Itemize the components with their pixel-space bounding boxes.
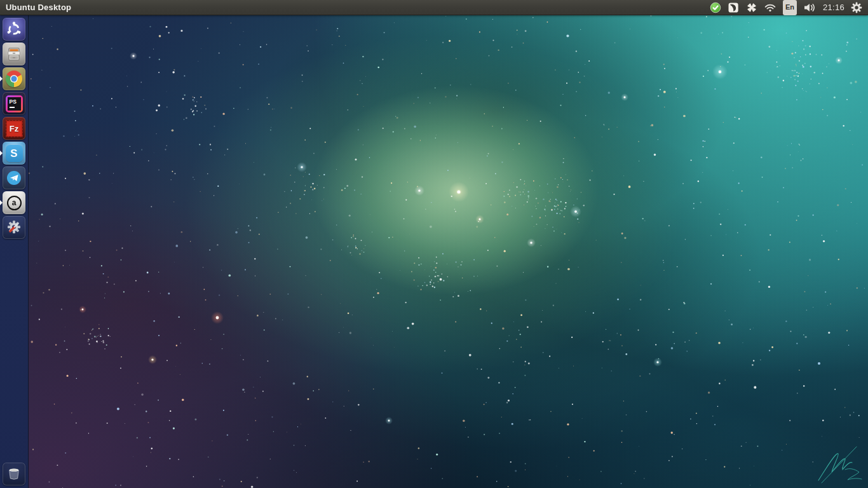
desktop-title: Ubuntu Desktop bbox=[6, 3, 71, 12]
launcher-item-chrome[interactable] bbox=[3, 67, 25, 90]
wifi-icon[interactable] bbox=[764, 0, 776, 15]
phpstorm-label: PS bbox=[10, 99, 21, 105]
telegram-icon bbox=[6, 170, 22, 186]
file-cabinet-icon bbox=[6, 46, 22, 62]
skype-label: S bbox=[10, 148, 17, 159]
launcher-item-filezilla[interactable]: Fz bbox=[3, 117, 25, 140]
system-tray: En 21:16 bbox=[710, 0, 862, 15]
artist-signature bbox=[816, 444, 865, 484]
keyboard-layout-indicator[interactable]: En bbox=[783, 0, 797, 15]
launcher-item-phpstorm[interactable]: PS bbox=[3, 92, 25, 115]
cross-tray-icon[interactable] bbox=[746, 0, 757, 15]
running-indicator bbox=[0, 76, 3, 81]
launcher-item-trash[interactable] bbox=[3, 463, 25, 485]
unity-launcher: PS Fz S bbox=[0, 15, 29, 488]
filezilla-icon: Fz bbox=[6, 120, 23, 137]
launcher-item-skype[interactable]: S bbox=[3, 142, 25, 165]
status-check-icon[interactable] bbox=[710, 0, 721, 15]
filezilla-label: Fz bbox=[10, 124, 18, 133]
letter-a-label: a bbox=[12, 199, 17, 207]
letter-a-icon: a bbox=[7, 196, 22, 210]
running-indicator bbox=[0, 200, 3, 205]
bird-tray-icon[interactable] bbox=[728, 0, 740, 15]
session-gear-icon[interactable] bbox=[851, 0, 862, 15]
launcher-item-files[interactable] bbox=[3, 43, 25, 65]
skype-icon: S bbox=[6, 145, 23, 162]
launcher-item-system-tools[interactable] bbox=[3, 216, 25, 239]
top-panel: Ubuntu Desktop bbox=[0, 0, 868, 15]
chrome-icon bbox=[6, 71, 22, 87]
clock[interactable]: 21:16 bbox=[823, 0, 844, 15]
volume-icon[interactable] bbox=[803, 0, 817, 15]
ubuntu-desktop: Ubuntu Desktop bbox=[0, 0, 868, 488]
launcher-item-ubuntu-dash[interactable] bbox=[3, 18, 25, 41]
launcher-item-letter-a-app[interactable]: a bbox=[3, 191, 25, 214]
ubuntu-logo-icon bbox=[6, 21, 22, 37]
phpstorm-icon: PS bbox=[6, 95, 23, 112]
gear-wrench-icon bbox=[6, 219, 22, 236]
starfield-layer bbox=[0, 0, 868, 488]
launcher-item-telegram[interactable] bbox=[3, 166, 25, 189]
trash-bin-icon bbox=[6, 466, 22, 482]
running-indicator bbox=[0, 151, 3, 156]
